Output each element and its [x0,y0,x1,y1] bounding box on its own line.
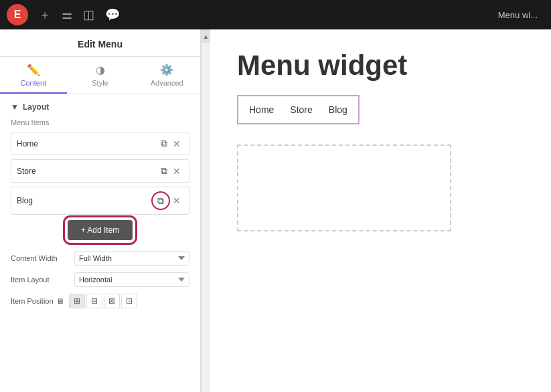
advanced-tab-label: Advanced [151,79,183,87]
scroll-up-arrow[interactable]: ▲ [202,29,211,43]
remove-item-button-0[interactable]: ✕ [170,137,183,151]
content-width-select[interactable]: Full Width [74,251,189,266]
canvas-area: Menu widget Home Store Blog [210,29,551,392]
toolbar-title: Menu wi... [498,10,544,20]
copy-item-button-1[interactable]: ⧉ [158,164,170,178]
content-tab-icon: ✏️ [27,64,40,76]
layers-icon[interactable]: ◫ [83,7,94,22]
remove-item-button-2[interactable]: ✕ [170,194,183,207]
content-width-row: Content Width Full Width [11,251,189,266]
add-item-button[interactable]: + Add Item [68,220,133,240]
item-position-row: Item Position 🖥 ⊞ ⊟ ⊠ ⊡ [11,294,189,308]
panel-scrollbar[interactable]: ▲ [201,29,210,392]
item-position-label: Item Position 🖥 [11,297,64,305]
main-area: Edit Menu ✏️ Content ◑ Style ⚙️ Advanced… [0,29,551,392]
tab-content[interactable]: ✏️ Content [0,57,67,94]
menu-item-row: Home ⧉ ✕ [11,132,189,155]
nav-item-blog[interactable]: Blog [329,104,347,115]
menu-item-name: Home [17,139,158,149]
item-layout-row: Item Layout Horizontal [11,272,189,287]
comment-icon[interactable]: 💬 [105,7,120,22]
position-left-button[interactable]: ⊞ [69,294,85,308]
advanced-tab-icon: ⚙️ [160,64,173,76]
nav-item-home[interactable]: Home [249,104,274,115]
position-center-button[interactable]: ⊟ [86,294,102,308]
content-tab-label: Content [21,79,47,87]
layout-label: Layout [23,102,49,112]
panel-header: Edit Menu [0,29,200,57]
add-item-container: + Add Item [11,220,189,240]
position-right-button[interactable]: ⊠ [104,294,120,308]
widget-title: Menu widget [237,50,524,82]
menu-item-row: Blog ⧉ ✕ [11,187,189,215]
copy-item-button-2-highlighted[interactable]: ⧉ [151,191,170,210]
elementor-logo[interactable]: E [7,4,28,25]
menu-item-name: Blog [17,196,151,205]
menu-item-row: Store ⧉ ✕ [11,159,189,183]
copy-item-button-0[interactable]: ⧉ [158,136,170,151]
item-position-text: Item Position [11,297,54,305]
nav-item-store[interactable]: Store [290,104,312,115]
menu-item-name: Store [17,167,158,176]
layout-section-header: ▼ Layout [11,102,189,112]
remove-item-button-1[interactable]: ✕ [170,165,183,178]
top-toolbar: E ＋ ⚌ ◫ 💬 Menu wi... [0,0,551,29]
item-layout-select[interactable]: Horizontal [74,272,189,287]
item-layout-label: Item Layout [11,276,74,284]
tab-style[interactable]: ◑ Style [67,57,134,94]
tab-advanced[interactable]: ⚙️ Advanced [133,57,200,94]
content-width-label: Content Width [11,254,74,262]
tabs: ✏️ Content ◑ Style ⚙️ Advanced [0,57,200,94]
add-icon[interactable]: ＋ [39,7,51,23]
panel-content: ▼ Layout Menu Items Home ⧉ ✕ Store ⧉ ✕ B… [0,94,200,392]
item-position-icon: 🖥 [56,297,64,305]
menu-nav: Home Store Blog [237,95,360,124]
placeholder-box [237,144,451,231]
left-panel: Edit Menu ✏️ Content ◑ Style ⚙️ Advanced… [0,29,201,392]
position-stretch-button[interactable]: ⊡ [121,294,137,308]
style-tab-label: Style [92,79,108,87]
sliders-icon[interactable]: ⚌ [62,7,72,22]
style-tab-icon: ◑ [96,64,105,76]
position-icons-group: ⊞ ⊟ ⊠ ⊡ [69,294,137,308]
menu-items-label: Menu Items [11,118,189,126]
collapse-icon[interactable]: ▼ [11,102,19,112]
